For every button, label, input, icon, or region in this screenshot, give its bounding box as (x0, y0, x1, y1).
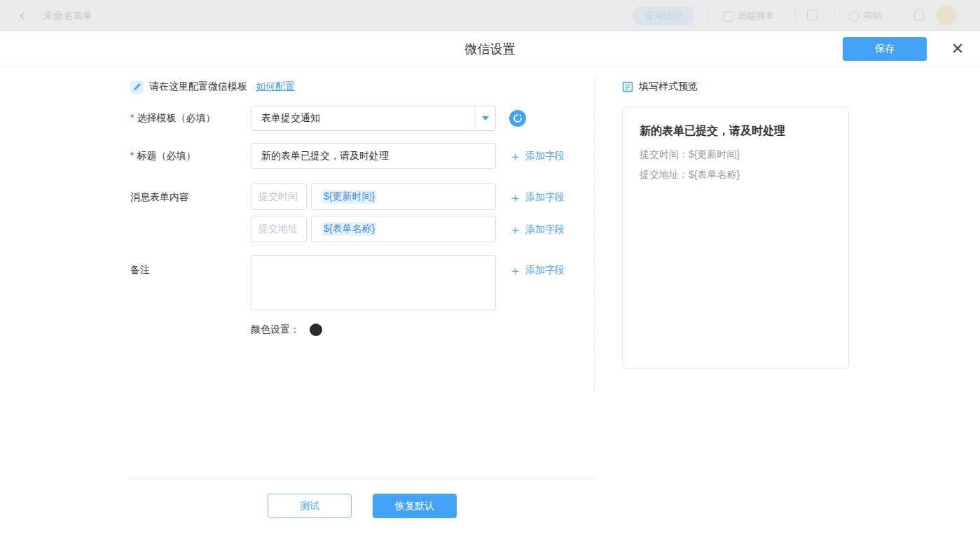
preview-card-title: 新的表单已提交，请及时处理 (640, 124, 831, 139)
title-label: *标题（必填） (130, 150, 195, 162)
modal-header: 微信设置 保存 ✕ (0, 31, 980, 67)
script-icon (723, 11, 733, 22)
wechat-settings-modal: 微信设置 保存 ✕ 请在这里配置微信模板 如何配置 *选择模板（必填） 表单提交… (0, 31, 980, 535)
help-button[interactable]: 帮助 (849, 10, 882, 22)
add-field-link-row1[interactable]: ＋ 添加字段 (509, 191, 565, 204)
template-select[interactable]: 表单提交通知 (251, 106, 496, 131)
add-field-label: 添加字段 (525, 223, 565, 236)
help-label: 帮助 (864, 10, 882, 22)
preview-line: 提交地址：${表单名称} (640, 169, 831, 181)
plus-icon: ＋ (509, 151, 521, 162)
remark-label: 备注 (130, 264, 150, 277)
footer-divider (130, 478, 594, 479)
page-title: 微信设置 (0, 31, 980, 67)
variable-token[interactable]: ${更新时间} (322, 190, 377, 204)
title-input[interactable] (251, 143, 496, 169)
remark-textarea[interactable] (251, 255, 496, 310)
plus-icon: ＋ (509, 192, 521, 204)
topbar: ‹ 未命名表单 应用访问 后端脚本 帮助 (0, 0, 980, 31)
topbar-separator (708, 10, 708, 21)
add-field-label: 添加字段 (525, 150, 565, 162)
pencil-icon (130, 81, 144, 94)
help-icon (849, 11, 860, 22)
avatar[interactable] (937, 6, 956, 25)
restore-default-button[interactable]: 恢复默认 (373, 494, 457, 518)
content-label: 消息表单内容 (130, 191, 189, 204)
save-button[interactable]: 保存 (843, 37, 927, 61)
back-chevron-icon[interactable]: ‹ (20, 6, 25, 25)
required-asterisk: * (130, 112, 134, 123)
template-label: *选择模板（必填） (130, 112, 215, 125)
app-access-button[interactable]: 应用访问 (633, 6, 694, 25)
notifications-bell-icon[interactable] (914, 9, 924, 20)
how-to-configure-link[interactable]: 如何配置 (256, 81, 295, 93)
add-field-label: 添加字段 (525, 264, 565, 277)
content-value-input-1[interactable]: ${更新时间} (311, 183, 496, 210)
template-label-text: 选择模板（必填） (137, 112, 215, 123)
color-setting-label: 颜色设置： (251, 324, 300, 336)
content-key-input-1[interactable] (251, 183, 307, 210)
title-label-text: 标题（必填） (137, 150, 195, 161)
close-icon[interactable]: ✕ (947, 39, 968, 60)
variable-token[interactable]: ${表单名称} (322, 222, 377, 236)
add-field-label: 添加字段 (525, 191, 565, 204)
plus-icon: ＋ (509, 224, 521, 236)
content-value-input-2[interactable]: ${表单名称} (311, 216, 496, 242)
color-setting-row: 颜色设置： (251, 323, 322, 337)
preview-card: 新的表单已提交，请及时处理 提交时间：${更新时间} 提交地址：${表单名称} (622, 106, 849, 369)
select-caret-cell[interactable] (475, 106, 495, 130)
add-field-link-remark[interactable]: ＋ 添加字段 (509, 264, 565, 277)
backend-script-label: 后端脚本 (738, 10, 774, 22)
required-asterisk: * (130, 150, 134, 161)
preview-header-label: 填写样式预览 (639, 81, 698, 93)
preview-line: 提交时间：${更新时间} (640, 148, 831, 161)
content-key-input-2[interactable] (251, 216, 307, 242)
template-select-value: 表单提交通知 (251, 112, 475, 125)
app-icon (807, 10, 817, 20)
test-button[interactable]: 测试 (268, 494, 352, 518)
chevron-down-icon (482, 116, 489, 120)
color-swatch[interactable] (310, 324, 322, 336)
add-field-link-title[interactable]: ＋ 添加字段 (509, 150, 565, 162)
config-hint-row: 请在这里配置微信模板 如何配置 (130, 79, 295, 95)
config-hint-text: 请在这里配置微信模板 (149, 81, 247, 93)
document-icon (622, 81, 633, 92)
plus-icon: ＋ (509, 265, 521, 277)
preview-header: 填写样式预览 (622, 81, 698, 93)
form-title: 未命名表单 (43, 10, 92, 22)
refresh-icon (513, 113, 523, 123)
panel-divider (594, 77, 595, 392)
backend-script-button[interactable]: 后端脚本 (723, 10, 774, 22)
app-button[interactable] (807, 10, 817, 20)
refresh-templates-button[interactable] (509, 110, 526, 127)
topbar-separator (834, 10, 834, 21)
add-field-link-row2[interactable]: ＋ 添加字段 (509, 223, 565, 236)
topbar-separator (795, 10, 796, 21)
